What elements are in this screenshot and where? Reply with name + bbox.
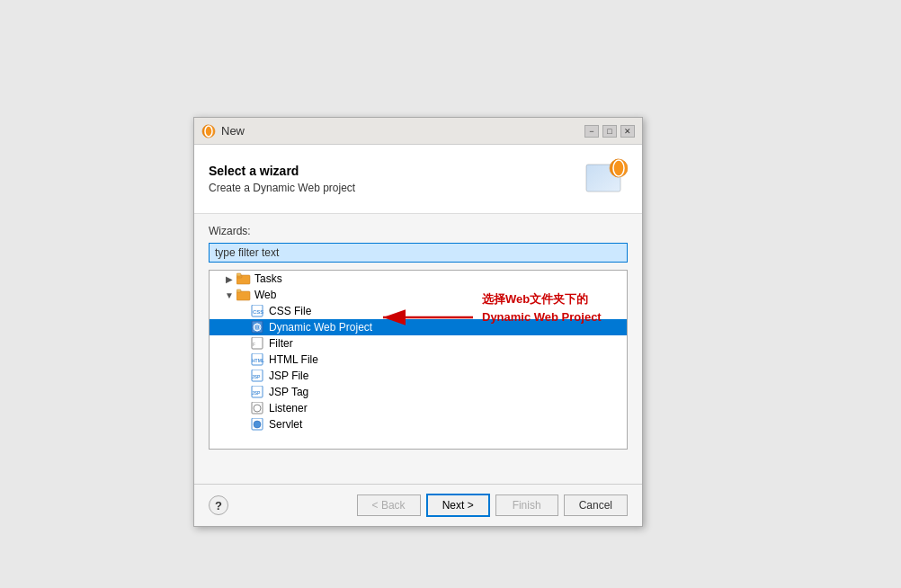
header-subtitle: Create a Dynamic Web project xyxy=(209,182,355,194)
tree-label-tasks: Tasks xyxy=(254,272,282,285)
title-bar-left: New xyxy=(201,124,245,138)
svg-text:JSP: JSP xyxy=(252,390,261,396)
svg-rect-11 xyxy=(236,291,250,300)
tree-label-jsptag: JSP Tag xyxy=(269,386,308,398)
finish-button[interactable]: Finish xyxy=(495,494,558,516)
title-bar-controls: − □ ✕ xyxy=(584,125,635,138)
help-button[interactable]: ? xyxy=(209,495,228,515)
tree-label-listener: Listener xyxy=(269,402,308,414)
tree-label-html: HTML File xyxy=(269,353,318,366)
tree-item-dynamic-web[interactable]: ▶ Dynamic Web Project xyxy=(210,319,627,335)
jsp-file-icon: JSP xyxy=(251,370,265,382)
maximize-button[interactable]: □ xyxy=(602,125,617,138)
svg-point-30 xyxy=(254,421,261,428)
tree-label-servlet: Servlet xyxy=(269,418,302,431)
folder-icon-tasks xyxy=(236,272,251,285)
dialog-footer: ? < Back Next > Finish Cancel xyxy=(194,484,642,526)
dialog-header: Select a wizard Create a Dynamic Web pro… xyxy=(194,145,642,214)
tree-item-listener[interactable]: ▶ Listener xyxy=(210,400,627,416)
tree-label-dynamic: Dynamic Web Project xyxy=(269,321,372,334)
jsp-tag-icon: JSP xyxy=(251,386,265,398)
desktop: New − □ ✕ Select a wizard Create a Dynam… xyxy=(0,0,901,588)
tree-item-html[interactable]: ▶ HTML HTML File xyxy=(210,352,627,368)
svg-rect-12 xyxy=(236,290,241,292)
tree-container[interactable]: ▶ Tasks ▼ Web xyxy=(209,270,628,450)
html-file-icon: HTML xyxy=(251,353,265,366)
tree-item-css[interactable]: ▶ CSS CSS File xyxy=(210,303,627,319)
tree-item-filter[interactable]: ▶ F Filter xyxy=(210,335,627,352)
header-text: Select a wizard Create a Dynamic Web pro… xyxy=(209,164,355,194)
wizard-icon xyxy=(584,157,628,200)
close-button[interactable]: ✕ xyxy=(620,125,635,138)
header-title: Select a wizard xyxy=(209,164,355,178)
tree-item-web[interactable]: ▼ Web xyxy=(210,287,627,303)
collapse-arrow-web: ▼ xyxy=(224,290,235,300)
filter-input[interactable] xyxy=(209,243,628,263)
tree-item-jsp[interactable]: ▶ JSP JSP File xyxy=(210,368,627,384)
cancel-button[interactable]: Cancel xyxy=(564,494,628,516)
listener-icon xyxy=(251,402,265,414)
title-bar: New − □ ✕ xyxy=(194,118,642,145)
tree-item-servlet[interactable]: ▶ Servlet xyxy=(210,416,627,432)
minimize-button[interactable]: − xyxy=(584,125,599,138)
svg-text:F: F xyxy=(253,342,255,347)
css-file-icon: CSS xyxy=(251,305,265,317)
folder-icon-web xyxy=(236,289,251,301)
svg-text:JSP: JSP xyxy=(252,374,261,379)
servlet-icon xyxy=(251,418,265,431)
dialog-window: New − □ ✕ Select a wizard Create a Dynam… xyxy=(193,117,643,527)
tree-label-filter: Filter xyxy=(269,337,293,350)
dialog-content: Wizards: ▶ Tasks ▼ xyxy=(194,214,642,484)
back-button[interactable]: < Back xyxy=(357,494,421,516)
tree-label-css: CSS File xyxy=(269,305,311,317)
svg-rect-10 xyxy=(236,273,241,276)
tree-label-web: Web xyxy=(254,289,276,301)
tree-label-jsp: JSP File xyxy=(269,370,308,382)
dynamic-web-icon xyxy=(251,321,265,334)
wizards-label: Wizards: xyxy=(209,225,628,237)
next-button[interactable]: Next > xyxy=(426,494,490,517)
svg-text:CSS: CSS xyxy=(253,309,263,315)
svg-text:HTML: HTML xyxy=(252,358,264,363)
filter-icon: F xyxy=(251,337,265,350)
eclipse-icon xyxy=(201,124,216,138)
window-title: New xyxy=(221,124,245,138)
collapse-arrow-tasks: ▶ xyxy=(224,273,235,284)
tree-item-jsp-tag[interactable]: ▶ JSP JSP Tag xyxy=(210,384,627,400)
tree-item-tasks[interactable]: ▶ Tasks xyxy=(210,271,627,287)
